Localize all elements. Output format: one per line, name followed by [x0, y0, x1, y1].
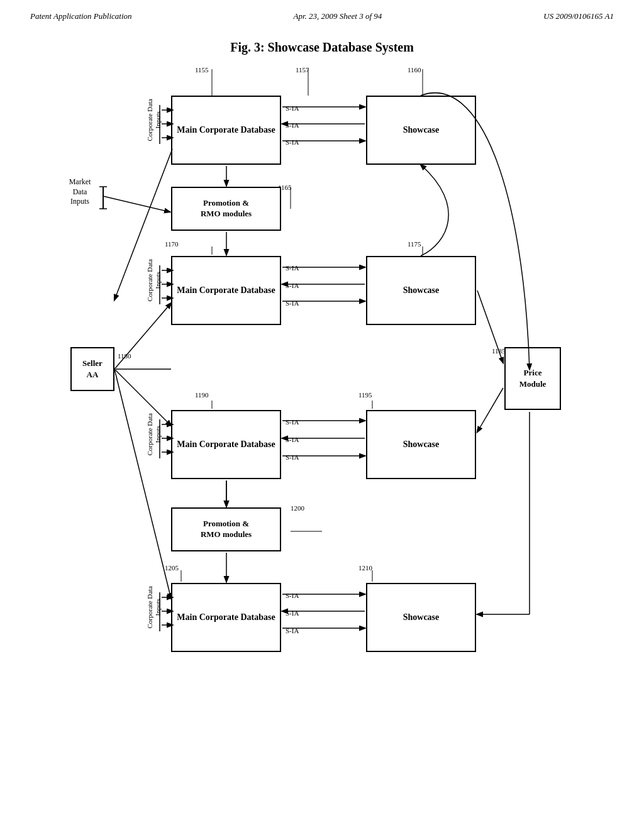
page-header: Patent Application Publication Apr. 23, … — [0, 0, 644, 21]
promo-rmo-1: Promotion &RMO modules — [171, 187, 281, 231]
arrows-svg — [52, 61, 592, 790]
showcase-2: Showcase — [366, 256, 476, 325]
refnum-1160: 1160 — [408, 66, 421, 74]
refnum-1190: 1190 — [195, 391, 209, 399]
refnum-1157: 1157 — [296, 66, 309, 74]
main-corp-db-1: Main Corporate Database — [171, 96, 281, 165]
corp-data-inputs-3: Corporate DataInputs — [145, 413, 164, 482]
corp-data-inputs-1: Corporate DataInputs — [145, 99, 164, 168]
price-module: PriceModule — [504, 347, 561, 410]
header-left: Patent Application Publication — [30, 11, 132, 21]
sia-2b: S-IA — [286, 281, 299, 290]
refnum-1210: 1210 — [358, 564, 372, 572]
sia-2a: S-IA — [286, 263, 299, 272]
sia-3c: S-IA — [286, 453, 299, 462]
refnum-1180: 1180 — [118, 352, 131, 360]
showcase-4: Showcase — [366, 583, 476, 652]
sia-3a: S-IA — [286, 418, 299, 426]
showcase-3: Showcase — [366, 410, 476, 479]
main-corp-db-4: Main Corporate Database — [171, 583, 281, 652]
main-corp-db-2: Main Corporate Database — [171, 256, 281, 325]
sia-4b: S-IA — [286, 609, 299, 617]
promo-rmo-2: Promotion &RMO modules — [171, 507, 281, 551]
refnum-1185: 1185 — [492, 347, 506, 355]
diagram-container: 1155 1157 1160 Corporate DataInputs Main… — [52, 61, 592, 790]
refnum-1195: 1195 — [358, 391, 372, 399]
corp-data-inputs-4: Corporate DataInputs — [145, 586, 164, 655]
sia-1c: S-IA — [286, 138, 299, 147]
sia-1b: S-IA — [286, 121, 299, 130]
refnum-1175: 1175 — [408, 240, 421, 248]
main-corp-db-3: Main Corporate Database — [171, 410, 281, 479]
svg-line-27 — [477, 388, 503, 432]
market-data-inputs: MarketDataInputs — [58, 177, 102, 207]
showcase-1: Showcase — [366, 96, 476, 165]
refnum-1170: 1170 — [165, 240, 179, 248]
refnum-1205: 1205 — [165, 564, 179, 572]
svg-line-24 — [114, 369, 171, 599]
sia-3b: S-IA — [286, 435, 299, 444]
seller-aa: SellerAA — [70, 347, 114, 391]
page-title: Fig. 3: Showcase Database System — [0, 40, 644, 55]
svg-line-11 — [103, 196, 170, 212]
sia-4c: S-IA — [286, 626, 299, 635]
sia-1a: S-IA — [286, 104, 299, 113]
sia-2c: S-IA — [286, 299, 299, 307]
header-center: Apr. 23, 2009 Sheet 3 of 94 — [293, 11, 382, 21]
svg-line-56 — [114, 149, 172, 300]
sia-4a: S-IA — [286, 591, 299, 600]
refnum-1155: 1155 — [195, 66, 209, 74]
refnum-1200: 1200 — [291, 504, 304, 512]
corp-data-inputs-2: Corporate DataInputs — [145, 259, 164, 328]
header-right: US 2009/0106165 A1 — [543, 11, 614, 21]
